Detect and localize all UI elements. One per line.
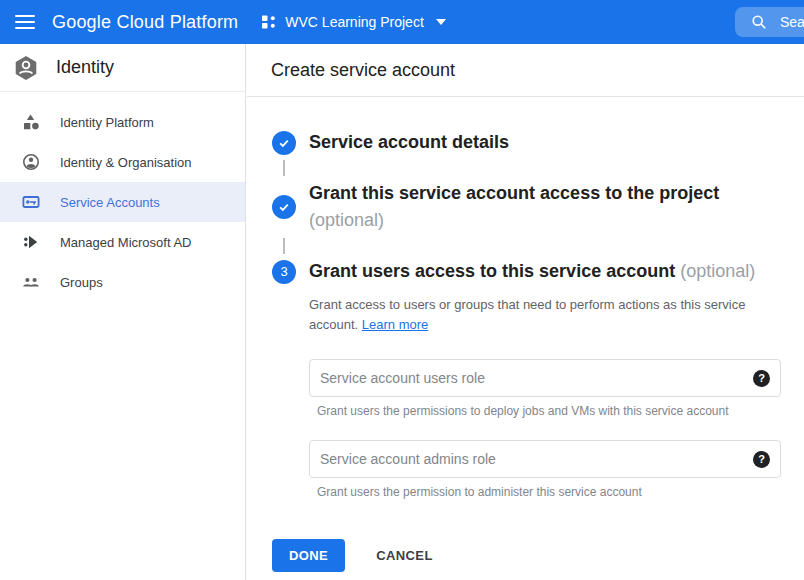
done-button[interactable]: DONE [272,539,345,572]
step-3-grant-users-access: 3 Grant users access to this service acc… [272,258,804,285]
sidebar-item-label: Groups [60,275,103,290]
sidebar-header: Identity [0,44,245,92]
search-icon [751,14,767,30]
step-3-description: Grant access to users or groups that nee… [309,295,777,335]
sidebar-item-identity-organisation[interactable]: Identity & Organisation [0,142,245,182]
service-account-admins-role-field[interactable]: ? [309,440,781,478]
step-1-title: Service account details [309,129,509,156]
sidebar-section-title: Identity [56,57,114,78]
project-name: WVC Learning Project [285,14,424,30]
menu-hamburger-icon[interactable] [15,11,35,33]
service-account-users-role-input[interactable] [318,369,742,387]
step-2-check-icon [272,195,296,219]
sidebar-nav: Identity Platform Identity & Organisatio… [0,92,245,302]
admins-role-helper-text: Grant users the permission to administer… [317,485,781,499]
sidebar: Identity Identity Platform Identity [0,44,246,580]
chevron-down-icon [436,19,446,25]
service-account-admins-role-input[interactable] [318,450,742,468]
person-icon [22,153,40,171]
sidebar-item-label: Identity Platform [60,115,154,130]
service-account-users-role-field[interactable]: ? [309,359,781,397]
step-1-check-icon [272,131,296,155]
step-3-number-badge: 3 [272,260,296,284]
sidebar-item-label: Service Accounts [60,195,160,210]
step-3-optional-label: (optional) [680,261,755,281]
page-title: Create service account [247,44,804,97]
users-role-helper-text: Grant users the permissions to deploy jo… [317,404,781,418]
service-account-badge-icon [22,193,40,211]
form-actions: DONE CANCEL [272,539,781,572]
project-selector[interactable]: WVC Learning Project [261,14,446,30]
sidebar-item-identity-platform[interactable]: Identity Platform [0,102,245,142]
sidebar-item-service-accounts[interactable]: Service Accounts [0,182,245,222]
help-icon[interactable]: ? [753,370,770,387]
help-icon[interactable]: ? [753,451,770,468]
main-content: Create service account Service account d… [247,44,804,580]
sidebar-item-managed-microsoft-ad[interactable]: Managed Microsoft AD [0,222,245,262]
step-2-title: Grant this service account access to the… [309,180,719,207]
identity-hexagon-icon [13,55,39,81]
step-connector-line [283,160,285,176]
step-connector-line [283,238,285,254]
learn-more-link[interactable]: Learn more [362,317,428,332]
groups-icon [22,273,40,291]
step-3-form: ? Grant users the permissions to deploy … [309,359,781,572]
managed-ad-icon [22,233,40,251]
sidebar-item-label: Identity & Organisation [60,155,192,170]
sidebar-item-groups[interactable]: Groups [0,262,245,302]
gcp-logo[interactable]: Google Cloud Platform [52,12,238,33]
search-input[interactable]: Search [735,7,804,37]
search-placeholder: Search [780,14,804,30]
cancel-button[interactable]: CANCEL [370,547,439,564]
step-3-title: Grant users access to this service accou… [309,258,755,285]
sidebar-item-label: Managed Microsoft AD [60,235,192,250]
project-icon [261,14,277,30]
step-1-service-account-details[interactable]: Service account details [272,129,804,156]
step-2-optional-label: (optional) [309,207,719,234]
identity-platform-icon [22,113,40,131]
top-app-bar: Google Cloud Platform WVC Learning Proje… [0,0,804,44]
step-2-grant-access-project[interactable]: Grant this service account access to the… [272,180,804,234]
